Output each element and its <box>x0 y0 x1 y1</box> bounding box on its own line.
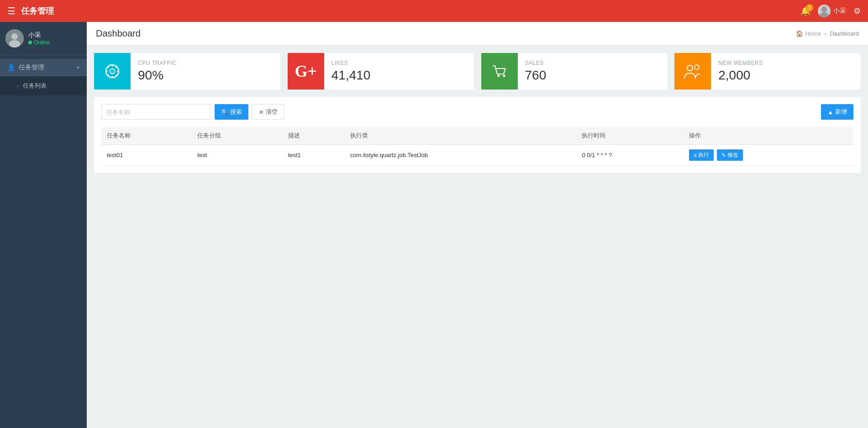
search-bar: 🔍 搜索 ✕ 清空 ▲ 新增 <box>101 104 853 120</box>
sales-value: 760 <box>525 68 547 83</box>
task-management-label: 任务管理 <box>19 63 44 72</box>
task-table: 任务名称 任务分组 描述 执行类 执行时间 操作 test01 test tes… <box>101 127 853 166</box>
cell-actions: ≡ 执行 ✎ 修改 <box>684 145 853 166</box>
plus-icon: ▲ <box>827 109 833 116</box>
col-exec-class: 执行类 <box>345 127 577 145</box>
breadcrumb-home: 🏠 Home <box>796 30 821 37</box>
svg-point-0 <box>821 6 827 12</box>
cpu-traffic-icon <box>94 53 131 90</box>
edit-button[interactable]: ✎ 修改 <box>717 149 743 161</box>
edit-icon: ✎ <box>721 152 726 159</box>
sidebar: 小采 Online 👤 任务管理 ▾ ○ 任务列表 <box>0 22 87 428</box>
col-actions: 操作 <box>684 127 853 145</box>
svg-point-1 <box>820 12 829 17</box>
notification-icon[interactable]: 🔔 1 <box>800 6 810 16</box>
col-exec-time: 执行时间 <box>576 127 683 145</box>
new-members-label: NEW MEMBERS <box>718 60 763 66</box>
col-task-name: 任务名称 <box>101 127 192 145</box>
sidebar-user-section: 小采 Online <box>0 22 87 55</box>
svg-point-17 <box>687 65 693 71</box>
new-button[interactable]: ▲ 新增 <box>821 104 853 120</box>
hamburger-icon[interactable]: ☰ <box>7 5 16 16</box>
search-button[interactable]: 🔍 搜索 <box>215 104 248 120</box>
sidebar-nav: 👤 任务管理 ▾ ○ 任务列表 <box>0 55 87 99</box>
sales-icon <box>481 53 518 90</box>
breadcrumb: 🏠 Home » Dashboard <box>796 30 859 37</box>
likes-label: LIKES <box>331 60 371 66</box>
submenu-dot-icon: ○ <box>16 84 19 89</box>
page-title: Dashboard <box>96 28 141 39</box>
sidebar-item-task-list[interactable]: ○ 任务列表 <box>0 78 87 94</box>
user-info-header[interactable]: 小采 <box>818 5 846 17</box>
main-layout: 小采 Online 👤 任务管理 ▾ ○ 任务列表 <box>0 22 868 428</box>
col-task-group: 任务分组 <box>192 127 282 145</box>
sidebar-submenu: ○ 任务列表 <box>0 76 87 95</box>
execute-icon: ≡ <box>694 152 697 159</box>
breadcrumb-current: Dashboard <box>830 30 859 37</box>
settings-icon[interactable]: ⚙ <box>853 6 861 16</box>
likes-value: 41,410 <box>331 68 371 83</box>
task-management-icon: 👤 <box>7 64 15 71</box>
chevron-down-icon: ▾ <box>77 64 79 71</box>
new-members-icon <box>674 53 711 90</box>
search-icon: 🔍 <box>221 109 228 116</box>
sidebar-status: Online <box>28 39 50 46</box>
svg-point-6 <box>110 69 115 74</box>
stat-cards-section: CPU TRAFFIC 90% G+ LIKES 41,410 <box>87 46 868 97</box>
stat-card-members: NEW MEMBERS 2,000 <box>674 53 861 90</box>
breadcrumb-separator: » <box>824 30 827 37</box>
top-header: ☰ 任务管理 🔔 1 小采 ⚙ <box>0 0 868 22</box>
execute-button[interactable]: ≡ 执行 <box>689 149 714 161</box>
notif-badge: 1 <box>806 4 813 11</box>
status-dot <box>28 41 32 44</box>
svg-point-18 <box>694 65 699 69</box>
main-content: Dashboard 🏠 Home » Dashboard <box>87 22 868 428</box>
brand-title: 任务管理 <box>21 5 800 16</box>
cell-task-group: test <box>192 145 282 166</box>
col-description: 描述 <box>283 127 345 145</box>
stat-card-likes: G+ LIKES 41,410 <box>288 53 474 90</box>
cell-task-name: test01 <box>101 145 192 166</box>
header-right: 🔔 1 小采 ⚙ <box>800 5 861 17</box>
svg-point-4 <box>9 40 20 48</box>
sidebar-username: 小采 <box>28 31 50 39</box>
sidebar-item-task-management[interactable]: 👤 任务管理 ▾ <box>0 59 87 76</box>
header-username: 小采 <box>833 7 846 15</box>
cell-description: test1 <box>283 145 345 166</box>
cell-exec-time: 0 0/1 * * * ? <box>576 145 683 166</box>
clear-icon: ✕ <box>259 109 264 116</box>
sales-label: SALES <box>525 60 547 66</box>
content-panel: 🔍 搜索 ✕ 清空 ▲ 新增 任务名称 任务分组 描 <box>94 97 861 173</box>
svg-point-16 <box>503 75 505 77</box>
cell-exec-class: com.itstyle.quartz.job.TestJob <box>345 145 577 166</box>
stat-card-cpu: CPU TRAFFIC 90% <box>94 53 280 90</box>
table-header-row: 任务名称 任务分组 描述 执行类 执行时间 操作 <box>101 127 853 145</box>
svg-point-3 <box>11 33 18 40</box>
new-members-value: 2,000 <box>718 68 763 83</box>
task-list-label: 任务列表 <box>23 82 47 90</box>
likes-icon: G+ <box>288 53 324 90</box>
cpu-traffic-label: CPU TRAFFIC <box>138 60 177 66</box>
cpu-traffic-value: 90% <box>138 68 177 83</box>
breadcrumb-home-label: Home <box>805 30 821 37</box>
stat-card-sales: SALES 760 <box>481 53 668 90</box>
svg-point-15 <box>497 75 500 77</box>
home-icon: 🏠 <box>796 30 803 37</box>
clear-button[interactable]: ✕ 清空 <box>252 104 284 120</box>
table-row: test01 test test1 com.itstyle.quartz.job… <box>101 145 853 166</box>
content-header: Dashboard 🏠 Home » Dashboard <box>87 22 868 46</box>
sidebar-user-info: 小采 Online <box>28 31 50 46</box>
avatar <box>5 29 24 48</box>
avatar-header <box>818 5 831 17</box>
search-input[interactable] <box>101 104 211 120</box>
